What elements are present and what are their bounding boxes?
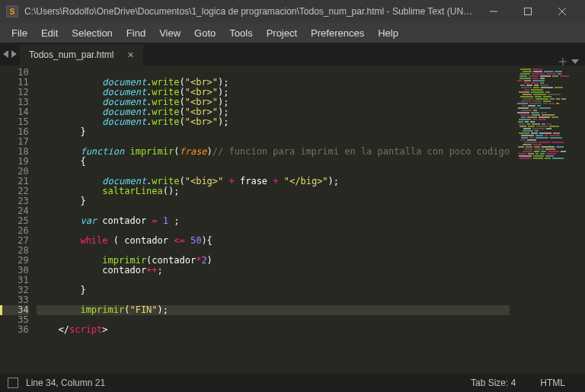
tab-prev-icon (3, 50, 9, 58)
tab-close-button[interactable]: × (127, 49, 133, 61)
code-line[interactable]: var contador = 1 ; (37, 216, 510, 226)
menu-goto[interactable]: Goto (187, 24, 222, 42)
tab-label: Todos_num_par.html (29, 49, 113, 60)
window-controls (476, 0, 579, 23)
code-line[interactable]: } (37, 196, 510, 206)
menu-view[interactable]: View (152, 24, 187, 42)
menu-selection[interactable]: Selection (65, 24, 119, 42)
minimap[interactable] (510, 65, 585, 374)
maximize-button[interactable] (510, 0, 545, 23)
code-line[interactable]: imprimir("FIN"); (37, 305, 510, 315)
svg-marker-5 (11, 50, 17, 58)
app-icon: S (6, 5, 18, 18)
window-title: C:\Users\Rodolfo\OneDrive\Documentos\1_l… (24, 6, 476, 17)
minimize-button[interactable] (476, 0, 510, 23)
code-line[interactable]: document.write("<br>"); (37, 117, 510, 127)
titlebar: S C:\Users\Rodolfo\OneDrive\Documentos\1… (0, 0, 585, 23)
code-line[interactable]: { (37, 157, 510, 167)
code-line[interactable]: function imprimir(frase)// funcion para … (37, 147, 510, 157)
code-line[interactable]: } (37, 285, 510, 295)
status-position: Line 34, Column 21 (26, 378, 105, 388)
status-syntax[interactable]: HTML (528, 378, 577, 388)
tab-nav-arrows[interactable] (0, 43, 20, 65)
menu-edit[interactable]: Edit (34, 24, 65, 42)
code-line[interactable]: </script> (37, 325, 510, 335)
tab-menu-icon[interactable] (571, 58, 579, 65)
svg-marker-4 (3, 50, 8, 58)
svg-rect-1 (524, 8, 531, 15)
editor[interactable]: 1011121314151617181920212223242526272829… (0, 65, 585, 374)
tab-active[interactable]: Todos_num_par.html × (20, 44, 143, 65)
code-line[interactable]: while ( contador <= 50){ (37, 236, 510, 246)
menu-help[interactable]: Help (371, 24, 405, 42)
line-number: 36 (0, 325, 29, 335)
code-line[interactable] (37, 276, 510, 285)
code-line[interactable]: contador++; (37, 266, 510, 276)
tabbar: Todos_num_par.html × (0, 43, 585, 65)
close-button[interactable] (545, 0, 579, 23)
menu-find[interactable]: Find (120, 24, 152, 42)
svg-marker-8 (571, 59, 579, 64)
statusbar: Line 34, Column 21 Tab Size: 4 HTML (0, 374, 585, 392)
menu-file[interactable]: File (5, 24, 34, 42)
menu-project[interactable]: Project (260, 24, 304, 42)
menu-preferences[interactable]: Preferences (304, 24, 371, 42)
status-panel-icon[interactable] (8, 378, 18, 388)
status-tabsize[interactable]: Tab Size: 4 (459, 378, 528, 388)
tab-next-icon (11, 50, 17, 58)
code-line[interactable]: saltarLinea(); (37, 186, 510, 196)
gutter: 1011121314151617181920212223242526272829… (0, 65, 37, 374)
tabbar-right (553, 58, 585, 65)
menubar: File Edit Selection Find View Goto Tools… (0, 23, 585, 43)
code-area[interactable]: document.write("<br>"); document.write("… (37, 65, 510, 374)
code-line[interactable]: } (37, 127, 510, 137)
menu-tools[interactable]: Tools (222, 24, 259, 42)
new-tab-icon[interactable] (559, 58, 567, 65)
